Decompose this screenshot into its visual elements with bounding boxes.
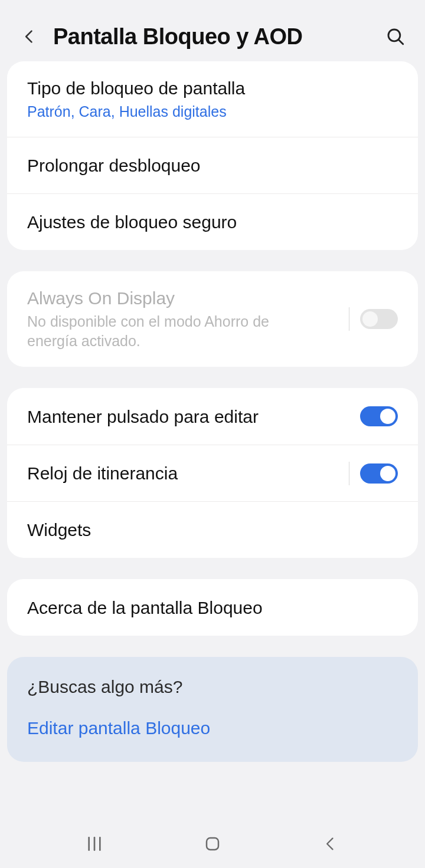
page-title: Pantalla Bloqueo y AOD: [53, 24, 382, 50]
svg-rect-5: [207, 838, 218, 850]
aod-toggle: [360, 309, 398, 329]
roaming-clock-title: Reloj de itinerancia: [27, 462, 343, 485]
group-display-options: Mantener pulsado para editar Reloj de it…: [7, 388, 418, 558]
row-about[interactable]: Acerca de la pantalla Bloqueo: [7, 579, 418, 636]
about-title: Acerca de la pantalla Bloqueo: [27, 596, 398, 619]
search-icon: [385, 27, 406, 47]
row-aod: Always On Display No disponible con el m…: [7, 271, 418, 367]
nav-recents-button[interactable]: [77, 826, 112, 862]
row-lock-type[interactable]: Tipo de bloqueo de pantalla Patrón, Cara…: [7, 61, 418, 137]
header: Pantalla Bloqueo y AOD: [0, 0, 425, 61]
row-secure-lock[interactable]: Ajustes de bloqueo seguro: [7, 193, 418, 250]
chevron-left-icon: [322, 836, 339, 852]
aod-subtitle: No disponible con el modo Ahorro de ener…: [27, 312, 322, 352]
hold-to-edit-toggle[interactable]: [360, 406, 398, 426]
recents-icon: [85, 834, 104, 853]
system-navbar: [0, 820, 425, 868]
lock-type-title: Tipo de bloqueo de pantalla: [27, 77, 398, 100]
secure-lock-title: Ajustes de bloqueo seguro: [27, 211, 398, 234]
separator: [349, 307, 349, 331]
suggestion-card: ¿Buscas algo más? Editar pantalla Bloque…: [7, 657, 418, 762]
aod-title: Always On Display: [27, 287, 343, 310]
suggestion-link[interactable]: Editar pantalla Bloqueo: [27, 718, 398, 738]
group-lock-settings: Tipo de bloqueo de pantalla Patrón, Cara…: [7, 61, 418, 250]
lock-type-subtitle: Patrón, Cara, Huellas digitales: [27, 102, 398, 121]
group-about: Acerca de la pantalla Bloqueo: [7, 579, 418, 636]
home-icon: [204, 835, 221, 853]
row-roaming-clock[interactable]: Reloj de itinerancia: [7, 445, 418, 501]
back-button[interactable]: [17, 24, 42, 50]
search-button[interactable]: [382, 24, 408, 50]
row-hold-to-edit[interactable]: Mantener pulsado para editar: [7, 388, 418, 445]
roaming-clock-toggle[interactable]: [360, 463, 398, 484]
row-extend-unlock[interactable]: Prolongar desbloqueo: [7, 137, 418, 193]
svg-line-1: [398, 40, 403, 44]
extend-unlock-title: Prolongar desbloqueo: [27, 154, 398, 177]
row-widgets[interactable]: Widgets: [7, 501, 418, 558]
suggestion-question: ¿Buscas algo más?: [27, 677, 398, 697]
hold-to-edit-title: Mantener pulsado para editar: [27, 405, 360, 428]
widgets-title: Widgets: [27, 518, 398, 541]
separator: [349, 462, 349, 485]
group-aod: Always On Display No disponible con el m…: [7, 271, 418, 367]
nav-back-button[interactable]: [313, 826, 348, 862]
nav-home-button[interactable]: [195, 826, 230, 862]
chevron-left-icon: [21, 28, 38, 45]
